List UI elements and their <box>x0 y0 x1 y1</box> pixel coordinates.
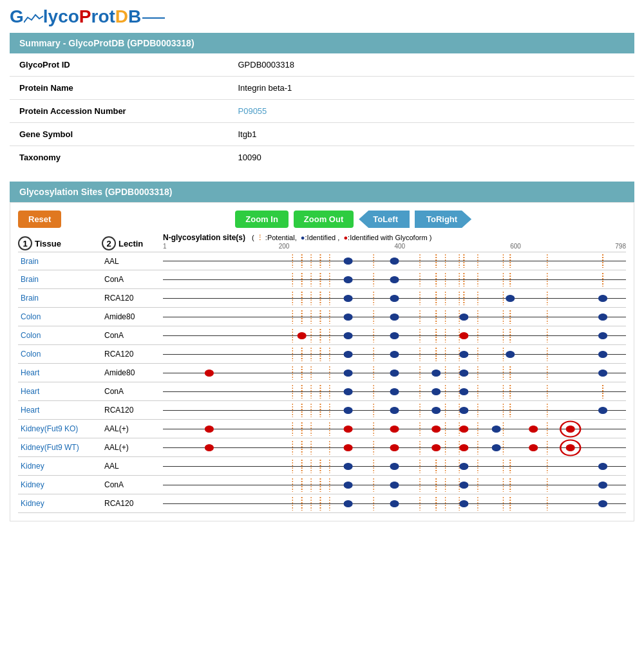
chart-svg <box>163 345 626 364</box>
svg-point-190 <box>566 426 574 432</box>
lectin-cell: RCA120 <box>102 348 163 360</box>
svg-point-248 <box>460 482 468 488</box>
svg-point-90 <box>390 332 399 339</box>
circle-1: 1 <box>18 236 32 250</box>
svg-point-132 <box>599 370 607 376</box>
data-rows-container: BrainAALBrainConABrainRCA120ColonAmide80… <box>18 252 626 513</box>
svg-point-146 <box>344 388 352 395</box>
svg-point-127 <box>344 370 352 376</box>
glyco-header: Glycosylation Sites (GPDB0003318) <box>10 182 634 202</box>
svg-point-73 <box>460 314 468 320</box>
svg-point-267 <box>460 500 468 507</box>
to-left-button[interactable]: ToLeft <box>359 211 410 228</box>
chart-svg <box>163 289 626 308</box>
svg-point-208 <box>460 444 468 451</box>
lectin-cell: ConA <box>102 386 163 397</box>
table-row: KidneyConA <box>18 476 626 494</box>
tissue-col-header: 1 Tissue <box>18 236 102 250</box>
logo-area: G lycoProtDB <box>0 0 644 33</box>
to-right-button[interactable]: ToRight <box>415 211 471 228</box>
summary-label-1: GlycoProt ID <box>10 53 229 77</box>
lectin-label: Lectin <box>118 239 143 248</box>
zoom-in-button[interactable]: Zoom In <box>235 211 289 228</box>
tissue-cell[interactable]: Heart <box>18 367 102 379</box>
svg-point-33 <box>390 276 399 283</box>
summary-row-3: Protein Accession Number P09055 <box>10 100 634 123</box>
table-row: HeartAmide80 <box>18 364 626 382</box>
summary-value-2: Integrin beta-1 <box>229 77 635 100</box>
tissue-cell[interactable]: Colon <box>18 348 102 360</box>
chart-svg <box>163 457 626 476</box>
tissue-cell[interactable]: Kidney <box>18 498 102 509</box>
chart-cell <box>163 382 626 401</box>
svg-point-109 <box>390 351 399 357</box>
tissue-cell[interactable]: Colon <box>18 311 102 323</box>
svg-point-250 <box>599 482 607 488</box>
tissue-cell[interactable]: Heart <box>18 404 102 416</box>
scale-1: 1 <box>163 243 167 250</box>
lectin-cell: RCA120 <box>102 404 163 416</box>
accession-link[interactable]: P09055 <box>238 106 267 116</box>
tissue-cell[interactable]: Brain <box>18 292 102 304</box>
svg-point-130 <box>460 370 468 376</box>
tissue-cell[interactable]: Kidney <box>18 460 102 472</box>
table-row: Kidney(Fut9 WT)AAL(+) <box>18 438 626 457</box>
svg-point-246 <box>390 482 399 488</box>
table-row: KidneyAAL <box>18 457 626 476</box>
svg-point-111 <box>460 351 468 357</box>
svg-point-187 <box>460 426 468 432</box>
reset-button[interactable]: Reset <box>18 211 61 228</box>
chart-cell <box>163 270 626 289</box>
svg-point-87 <box>298 332 306 339</box>
svg-point-128 <box>390 370 399 376</box>
tissue-cell[interactable]: Colon <box>18 330 102 341</box>
chart-svg <box>163 270 626 289</box>
tissue-cell[interactable]: Heart <box>18 386 102 397</box>
summary-table: GlycoProt ID GPDB0003318 Protein Name In… <box>10 53 634 169</box>
chart-cell <box>163 457 626 476</box>
tissue-cell[interactable]: Kidney(Fut9 KO) <box>18 423 102 435</box>
svg-point-165 <box>344 407 352 413</box>
svg-point-226 <box>344 463 352 469</box>
svg-point-51 <box>344 295 352 301</box>
chart-cell <box>163 420 626 438</box>
svg-point-185 <box>390 426 399 432</box>
svg-point-112 <box>506 351 515 357</box>
svg-point-269 <box>599 500 607 507</box>
svg-point-170 <box>599 407 607 413</box>
svg-point-207 <box>432 444 440 451</box>
svg-point-13 <box>344 258 352 265</box>
lectin-cell: RCA120 <box>102 498 163 509</box>
tissue-cell[interactable]: Kidney <box>18 479 102 491</box>
scale-600: 600 <box>510 243 521 250</box>
svg-point-182 <box>205 426 213 432</box>
tissue-cell[interactable]: Brain <box>18 256 102 267</box>
svg-point-94 <box>599 332 607 339</box>
svg-point-189 <box>529 426 538 432</box>
chart-cell <box>163 494 626 513</box>
svg-point-113 <box>599 351 607 357</box>
chart-cell <box>163 476 626 494</box>
table-row: ColonRCA120 <box>18 345 626 364</box>
zoom-out-button[interactable]: Zoom Out <box>294 211 354 228</box>
lectin-cell: Amide80 <box>102 367 163 379</box>
table-row: ColonConA <box>18 326 626 345</box>
summary-value-3: P09055 <box>229 100 635 123</box>
lectin-cell: ConA <box>102 479 163 491</box>
summary-label-3: Protein Accession Number <box>10 100 229 123</box>
svg-point-14 <box>390 258 399 265</box>
chart-svg <box>163 401 626 420</box>
lectin-col-header: 2 Lectin <box>102 236 163 250</box>
summary-section: Summary - GlycoProtDB (GPDB0003318) Glyc… <box>10 33 634 169</box>
summary-row-5: Taxonomy 10090 <box>10 146 634 169</box>
chart-cell <box>163 289 626 308</box>
chart-svg <box>163 364 626 382</box>
lectin-cell: RCA120 <box>102 292 163 304</box>
svg-point-56 <box>599 295 607 301</box>
svg-point-205 <box>344 444 352 451</box>
tissue-cell[interactable]: Brain <box>18 274 102 285</box>
chart-svg <box>163 494 626 513</box>
nav-buttons: Zoom In Zoom Out ToLeft ToRight <box>80 211 626 228</box>
svg-point-89 <box>344 332 352 339</box>
tissue-cell[interactable]: Kidney(Fut9 WT) <box>18 442 102 453</box>
